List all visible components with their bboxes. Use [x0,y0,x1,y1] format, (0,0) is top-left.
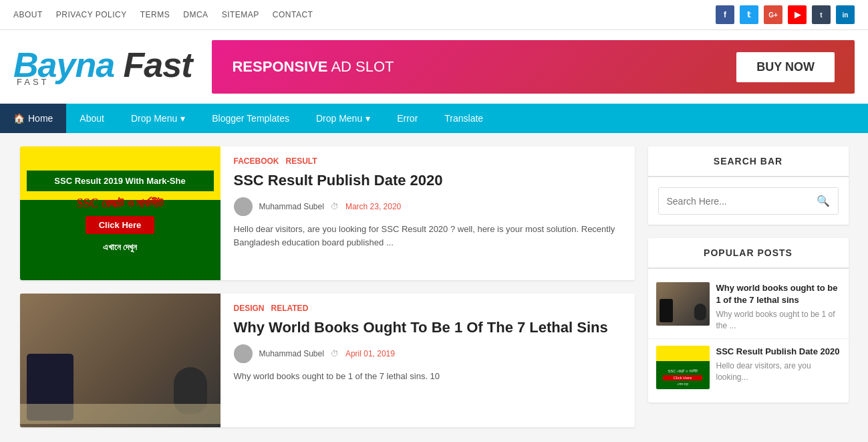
ssc-click-btn[interactable]: Click Here [86,216,155,234]
main-content: SSC Result 2019 With Mark-She SSC রেজাল্… [20,146,635,441]
tag-related[interactable]: Related [271,304,309,313]
clock-icon-books: ⏱ [331,349,339,358]
topnav-contact[interactable]: CONTACT [273,10,313,19]
ssc-title-box: SSC Result 2019 With Mark-She [27,171,214,191]
popular-post-content-books: Why world books ought to be 1 of the 7 l… [716,282,841,332]
popular-thumb-ssc: SSC রেজাল্ট ও মার্কসীট Click Here এখানে … [656,346,710,389]
linkedin-icon[interactable]: in [836,5,855,24]
article-tags-ssc: Facebook Result [234,156,621,166]
popular-post-books[interactable]: Why world books ought to be 1 of the 7 l… [648,275,849,339]
social-icons: f 𝕥 G+ ▶ t in [716,5,855,24]
googleplus-icon[interactable]: G+ [764,5,782,24]
nav-blogger-templates[interactable]: Blogger Templates [198,104,303,133]
article-card-books: Design Related Why World Books Ought To … [20,294,635,427]
popular-post-content-ssc: SSC Result Publish Date 2020 Hello dear … [716,346,841,389]
tag-design[interactable]: Design [234,304,265,313]
article-body-ssc: Facebook Result SSC Result Publish Date … [221,146,635,280]
search-input[interactable] [659,189,809,213]
article-tags-books: Design Related [234,304,621,313]
search-box-container: SEARCH BAR 🔍 [648,146,849,225]
svg-point-0 [239,201,247,209]
author-name-ssc: Muhammad Subel [259,202,324,211]
tag-result[interactable]: Result [286,156,317,166]
article-title-books[interactable]: Why World Books Ought To Be 1 Of The 7 L… [234,318,621,338]
twitter-icon[interactable]: 𝕥 [740,5,758,24]
nav-translate[interactable]: Translate [431,104,496,133]
topnav-about[interactable]: ABOUT [13,10,43,19]
article-title-ssc[interactable]: SSC Result Publish Date 2020 [234,171,621,191]
article-thumb-ssc: SSC Result 2019 With Mark-She SSC রেজাল্… [20,146,221,280]
main-nav: 🏠 Home About Drop Menu ▾ Blogger Templat… [0,104,868,133]
topnav-terms[interactable]: TERMS [140,10,170,19]
content-wrapper: SSC Result 2019 With Mark-She SSC রেজাল্… [7,133,862,442]
chevron-down-icon: ▾ [180,113,185,124]
ad-banner: RESPONSIVE AD SLOT BUY NOW [212,40,855,94]
nav-dropmenu2[interactable]: Drop Menu ▾ [303,104,384,133]
topnav-privacy[interactable]: PRIVACY POLICY [56,10,127,19]
logo-wrap: Bayna Fast FAST [13,47,192,87]
chevron-down-icon2: ▾ [366,113,370,124]
search-box: 🔍 [648,177,849,225]
svg-point-3 [237,357,250,363]
svg-point-1 [237,210,250,216]
svg-point-2 [239,348,247,356]
article-meta-books: Muhammad Subel ⏱ April 01, 2019 [234,344,621,363]
tag-facebook[interactable]: Facebook [234,156,279,166]
sidebar: SEARCH BAR 🔍 POPULAR POSTS [648,146,849,441]
article-body-books: Design Related Why World Books Ought To … [221,294,635,427]
popular-posts-container: POPULAR POSTS Why world books ought to b… [648,238,849,403]
article-meta-ssc: Muhammad Subel ⏱ March 23, 2020 [234,197,621,216]
search-bar-title: SEARCH BAR [648,146,849,177]
popular-posts: Why world books ought to be 1 of the 7 l… [648,269,849,403]
author-name-books: Muhammad Subel [259,349,324,358]
popular-post-excerpt-ssc: Hello dear visitors, are you looking... [716,360,841,383]
topnav-dmca[interactable]: DMCA [183,10,208,19]
topnav-sitemap[interactable]: SITEMAP [222,10,259,19]
popular-post-title-ssc: SSC Result Publish Date 2020 [716,346,841,358]
top-nav: ABOUT PRIVACY POLICY TERMS DMCA SITEMAP … [13,10,313,19]
popular-post-ssc[interactable]: SSC রেজাল্ট ও মার্কসীট Click Here এখানে … [648,339,849,396]
facebook-icon[interactable]: f [716,5,734,24]
popular-post-excerpt-books: Why world books ought to be 1 of the ... [716,309,841,332]
popular-posts-title: POPULAR POSTS [648,238,849,269]
article-excerpt-ssc: Hello dear visitors, are you looking for… [234,223,621,251]
article-date-ssc: March 23, 2020 [345,202,401,211]
ad-banner-text: RESPONSIVE AD SLOT [232,58,394,76]
tumblr-icon[interactable]: t [812,5,831,24]
search-button[interactable]: 🔍 [809,188,838,214]
search-input-wrap: 🔍 [658,187,839,215]
logo-subtitle: FAST [17,77,192,87]
article-card-ssc: SSC Result 2019 With Mark-She SSC রেজাল্… [20,146,635,280]
ssc-bangla-btn[interactable]: এখানে দেখুন [90,238,151,257]
author-avatar-books [234,344,253,363]
top-bar: ABOUT PRIVACY POLICY TERMS DMCA SITEMAP … [0,0,868,30]
header: Bayna Fast FAST RESPONSIVE AD SLOT BUY N… [0,30,868,104]
article-date-books: April 01, 2019 [345,349,395,358]
popular-thumb-books [656,282,710,326]
youtube-icon[interactable]: ▶ [788,5,807,24]
nav-about[interactable]: About [66,104,118,133]
nav-error[interactable]: Error [384,104,431,133]
popular-post-title-books: Why world books ought to be 1 of the 7 l… [716,282,841,306]
buy-now-button[interactable]: BUY NOW [736,52,835,82]
ssc-bangla-text: SSC রেজাল্ট ও মার্কসীট [77,197,164,211]
article-thumb-books [20,294,221,427]
clock-icon-ssc: ⏱ [331,202,339,211]
home-icon: 🏠 [13,113,25,124]
article-excerpt-books: Why world books ought to be 1 of the 7 l… [234,370,621,384]
nav-dropmenu1[interactable]: Drop Menu ▾ [118,104,198,133]
nav-home[interactable]: 🏠 Home [0,104,66,133]
author-avatar-ssc [234,197,253,216]
